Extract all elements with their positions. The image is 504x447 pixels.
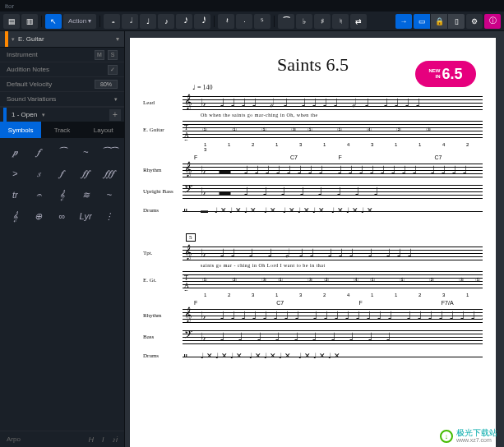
view-continuous-button[interactable]: ▯ [448,14,465,29]
chevron-down-icon[interactable]: ▾ [114,96,118,103]
flat-button[interactable]: ♭ [296,14,312,29]
arpo-row: Arpo H I ♪i [0,431,124,447]
lead-staff[interactable]: 𝄞♭ ♩♩♩♩ 𝅗𝅥 ♩ ♩♩♩♩ 𝅗𝅥 ♩ ♩♩♩♩ [183,93,483,113]
badge-in: IN [428,74,440,80]
symbol-dynamics[interactable]: 𝆏 [5,143,25,161]
half-note-button[interactable]: 𝅗𝅥 [122,14,138,29]
symbol-ornament[interactable]: ≋ [76,186,96,204]
arpo-h[interactable]: H [88,435,94,444]
pointer-tool-button[interactable]: ↖ [45,14,62,29]
symbol-forte[interactable]: 𝆑 [29,143,49,161]
symbol-gclef[interactable]: 𝄞 [5,207,25,225]
channel-menu-icon[interactable]: ▾ [116,35,119,43]
symbol-accent[interactable]: > [5,164,25,182]
staff-label: Rhythm [143,167,183,173]
channel-header[interactable]: ▾ E. Guitar ▾ [0,31,124,48]
lead-staff-row: Lead 𝄞♭ ♩♩♩♩ 𝅗𝅥 ♩ ♩♩♩♩ 𝅗𝅥 ♩ ♩♩♩♩ [143,93,483,113]
panel-toggle-2[interactable]: ▥ [21,14,38,29]
rest-button[interactable]: 𝄽 [218,14,234,29]
row-label: Instrument [7,51,38,58]
symbol-lyrics[interactable]: Lyr [76,207,96,225]
natural-button[interactable]: ♮ [332,14,349,29]
dot-button[interactable]: · [236,14,252,29]
channel-color-swatch [5,31,8,47]
top-toolbar: ▤ ▥ ↖ Action ▾ 𝅝 𝅗𝅥 ♩ ♪ 𝅘𝅥𝅯 𝅘𝅥𝅰 𝄽 · ⁵ ⁀ … [0,12,504,31]
settings-icon[interactable]: ⚙ [466,14,483,29]
add-layer-button[interactable]: + [109,109,121,121]
drums-staff[interactable]: 𝄥▬ ♩✕♩✕♩✕ ♩✕ ♩✕♩✕♩✕ ♩✕♩✕♩✕ [183,203,483,218]
channel-name: E. Guitar [18,35,44,43]
symbol-sf[interactable]: 𝆍 [29,164,49,182]
mute-solo-controls: M S [95,50,118,60]
app-title: itor [5,2,14,10]
enharmonic-button[interactable]: ⇄ [350,14,367,29]
chevron-down-icon: ▾ [12,36,15,43]
symbol-circled[interactable]: ⊕ [29,207,49,225]
symbol-fermata[interactable]: 𝄐 [29,186,49,204]
drums2-staff-row: Drums 𝄥♩✕♩✕♩✕ ♩✕♩✕♩✕ ♩✕♩✕♩✕ [143,348,483,363]
solo-button[interactable]: S [108,50,118,60]
inspector-button[interactable]: ⓘ [484,14,501,29]
symbol-f[interactable]: 𝆑 [52,164,72,182]
symbol-clef[interactable]: 𝄞 [52,186,72,204]
mute-button[interactable]: M [95,50,104,60]
window-titlebar: itor [0,0,504,12]
separator [274,16,275,27]
arpo-i[interactable]: I [102,435,104,444]
layer-name: 1 - Open [12,111,37,118]
bass-staff-row: Upright Bass 𝄢♭ ▬ ♩ ♩ ♩ ♩ ♩ ♩ ♩ ♩ [143,182,483,201]
sixteenth-note-button[interactable]: 𝅘𝅥𝅯 [176,14,192,29]
score-viewport[interactable]: Saints 6.5 NEW IN 6.5 = 140 Lead 𝄞♭ ♩♩♩♩… [125,31,504,447]
panel-toggle-1[interactable]: ▤ [3,14,20,29]
action-dropdown[interactable]: Action ▾ [63,14,96,29]
arpo-note[interactable]: ♪i [113,435,118,444]
badge-version: 6.5 [442,66,462,83]
symbol-trill[interactable]: tr [5,186,25,204]
tpt-staff-row: Tpt. 𝄞♭ ♩♩ ♩ ♩ 𝅗𝅥 ♩♩ ♩♩♩ ♩ ♩♩♩ [143,243,483,263]
symbol-tie[interactable]: ⁀⁀ [99,143,119,161]
eguitar-tab-staff[interactable]: TAB① ① ① ③① ① ④ ② ③ [183,119,483,141]
play-button[interactable]: → [395,14,412,29]
symbol-gliss[interactable]: ~ [99,186,119,204]
symbol-slur[interactable]: ⁀ [52,143,72,161]
bass2-staff-row: Bass 𝄢♭ ♩ ♩ ♩ ♩ ♩ ♩ ♩ ♩ ♩ ♩ [143,327,483,347]
egt-tab-staff[interactable]: TAB① ② ③① ③② ④① ① ② ③① [183,270,483,291]
layer-row[interactable]: 1 - Open ▾ + [0,107,124,122]
tab-layout[interactable]: Layout [83,122,124,138]
quarter-note-button[interactable]: ♩ [140,14,156,29]
symbol-fff[interactable]: 𝆑𝆑𝆑 [99,164,119,182]
symbol-ff[interactable]: 𝆑𝆑 [76,164,96,182]
variations-row: Sound Variations ▾ [0,92,124,107]
tpt-staff[interactable]: 𝄞♭ ♩♩ ♩ ♩ 𝅗𝅥 ♩♩ ♩♩♩ ♩ ♩♩♩ [183,243,483,263]
rehearsal-mark: 5 [186,233,196,242]
rhythm-staff[interactable]: 𝄞♭ ▬ ♩♩♩♩♩♩♩♩ ♩♩♩♩♩♩♩♩ ♩♩♩♩ [183,160,483,180]
velocity-value[interactable]: 80% [95,80,118,89]
whole-note-button[interactable]: 𝅝 [104,14,120,29]
staff-label: Lead [143,99,183,106]
thirtysecond-note-button[interactable]: 𝅘𝅥𝅰 [194,14,210,29]
tab-symbols[interactable]: Symbols [0,122,41,138]
staff-label: Bass [143,334,183,340]
row-label: Audition Notes [7,66,49,73]
view-page-button[interactable]: ▭ [414,14,430,29]
bass2-staff[interactable]: 𝄢♭ ♩ ♩ ♩ ♩ ♩ ♩ ♩ ♩ ♩ ♩ [183,327,483,347]
rhythm2-staff[interactable]: 𝄞♭ ♩♩♩♩♩♩♩♩ ♩♩♩♩♩♩♩♩ ♩♩♩♩♩♩♩♩ [183,306,483,325]
version-badge: NEW IN 6.5 [415,61,476,87]
velocity-row: Default Velocity 80% [0,77,124,92]
bass-staff[interactable]: 𝄢♭ ▬ ♩ ♩ ♩ ♩ ♩ ♩ ♩ ♩ [183,182,483,201]
staff-label: Upright Bass [143,188,183,195]
tuplet-button[interactable]: ⁵ [254,14,270,29]
drums2-staff[interactable]: 𝄥♩✕♩✕♩✕ ♩✕♩✕♩✕ ♩✕♩✕♩✕ [183,348,483,363]
view-lock-button[interactable]: 🔒 [431,14,447,29]
symbol-wave[interactable]: ~ [76,143,96,161]
badge-new: NEW [428,68,440,74]
symbol-more[interactable]: ⋮ [99,207,119,225]
tab-track[interactable]: Track [41,122,82,138]
eighth-note-button[interactable]: ♪ [158,14,174,29]
drums-staff-row: Drums 𝄥▬ ♩✕♩✕♩✕ ♩✕ ♩✕♩✕♩✕ ♩✕♩✕♩✕ [143,203,483,218]
watermark-icon: ↓ [440,430,453,443]
sharp-button[interactable]: ♯ [314,14,331,29]
tie-button[interactable]: ⁀ [278,14,294,29]
audition-checkbox[interactable]: ✓ [108,65,118,75]
symbol-inf[interactable]: ∞ [52,207,72,225]
